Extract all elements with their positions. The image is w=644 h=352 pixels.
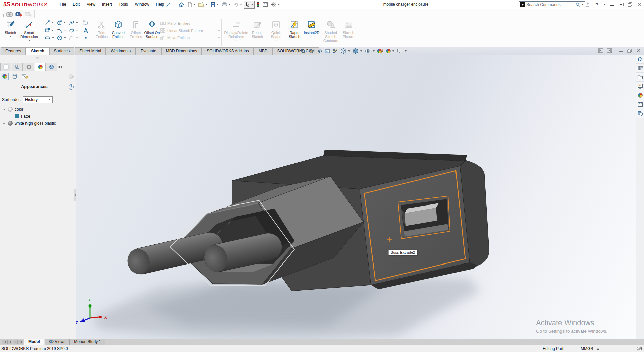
login-user-icon[interactable] — [585, 1, 591, 8]
apply-scene-icon[interactable] — [385, 48, 395, 54]
tab-sheet-metal[interactable]: Sheet Metal — [75, 47, 106, 55]
edit-appearance-icon[interactable] — [376, 48, 384, 54]
options-button[interactable] — [270, 1, 281, 9]
text-tool[interactable] — [79, 26, 92, 34]
tab-model[interactable]: Model — [24, 339, 44, 345]
chevron-down-icon[interactable] — [604, 4, 606, 5]
point-tool[interactable] — [79, 34, 92, 41]
search-icon[interactable] — [575, 2, 581, 7]
charger-3d-model[interactable]: X Y Z — [76, 55, 636, 339]
close-button[interactable] — [636, 1, 642, 8]
tab-3d-views[interactable]: 3D Views — [44, 339, 70, 345]
panel-grip-handle[interactable] — [36, 57, 39, 59]
screen-capture-icon[interactable] — [5, 11, 14, 17]
doc-minimize-icon[interactable] — [618, 48, 624, 53]
tab-features[interactable]: Features — [1, 47, 26, 55]
view-decals-button[interactable] — [11, 73, 19, 80]
view-settings-icon[interactable] — [396, 48, 407, 54]
open-document-button[interactable] — [197, 1, 209, 9]
record-video-icon[interactable] — [14, 11, 23, 17]
chevron-down-icon[interactable] — [76, 30, 78, 31]
first-tab-button[interactable] — [2, 340, 7, 344]
menu-view[interactable]: View — [83, 0, 99, 9]
menu-file[interactable]: File — [56, 0, 69, 9]
tab-mbd[interactable]: MBD — [254, 47, 272, 55]
view-orientation-icon[interactable] — [340, 48, 351, 54]
arc-tool[interactable] — [55, 26, 67, 34]
ribbon-button-smart-dimension[interactable]: Smart Dimension — [18, 18, 40, 47]
print-button[interactable] — [220, 1, 232, 9]
pin-menu-icon[interactable] — [166, 2, 171, 7]
scroll-right-icon[interactable] — [61, 66, 62, 68]
rebuild-button[interactable] — [255, 1, 261, 9]
chevron-down-icon[interactable] — [64, 22, 66, 23]
doc-close-icon[interactable] — [635, 48, 641, 53]
ellipse-tool[interactable] — [67, 26, 79, 34]
chevron-down-icon[interactable] — [360, 50, 362, 52]
menu-edit[interactable]: Edit — [69, 0, 83, 9]
tab-propertymanager[interactable] — [12, 63, 23, 71]
tab-displaymanager[interactable] — [35, 63, 46, 71]
units-up-arrow-icon[interactable] — [597, 348, 599, 350]
hide-show-items-icon[interactable] — [364, 48, 375, 54]
menu-window[interactable]: Window — [131, 0, 153, 9]
select-tool-button[interactable] — [244, 1, 255, 9]
chevron-down-icon[interactable] — [64, 37, 66, 38]
line-tool[interactable] — [43, 19, 55, 26]
tab-solidworks-add-ins[interactable]: SOLIDWORKS Add-Ins — [202, 47, 253, 55]
restore-button[interactable] — [627, 1, 633, 8]
chevron-down-icon[interactable] — [76, 22, 78, 23]
search-input[interactable] — [526, 2, 575, 7]
chevron-down-icon[interactable] — [52, 22, 54, 23]
file-explorer-icon[interactable] — [636, 73, 644, 82]
ribbon-button-rapid-sketch[interactable]: Rapid Sketch — [287, 18, 302, 47]
graphics-viewport[interactable]: X Y Z — [76, 55, 636, 339]
minimize-button[interactable] — [609, 1, 615, 8]
chevron-down-icon[interactable] — [582, 4, 584, 5]
circle-tool[interactable] — [55, 19, 67, 26]
ribbon-button-sketch[interactable]: Sketch — [3, 18, 18, 47]
menu-tools[interactable]: Tools — [115, 0, 131, 9]
chevron-down-icon[interactable] — [278, 4, 280, 5]
view-scene-lights-button[interactable] — [21, 73, 29, 80]
chevron-down-icon[interactable] — [348, 50, 350, 52]
chevron-down-icon[interactable] — [392, 50, 394, 52]
display-style-icon[interactable] — [352, 48, 363, 54]
view-appearances-button[interactable] — [1, 73, 9, 80]
chevron-down-icon[interactable] — [64, 30, 66, 31]
chevron-down-icon[interactable] — [52, 37, 54, 38]
chevron-down-icon[interactable] — [52, 30, 54, 31]
tree-item-white-high-gloss-plastic[interactable]: ▸ white high gloss plastic — [0, 120, 76, 127]
slot-tool[interactable] — [43, 34, 55, 41]
view-palette-icon[interactable] — [636, 82, 644, 91]
doc-restore-icon[interactable] — [627, 48, 633, 53]
tab-sketch[interactable]: Sketch — [26, 47, 49, 55]
tab-weldments[interactable]: Weldments — [106, 47, 136, 55]
expander-expanded-icon[interactable]: ▾ — [3, 108, 7, 111]
home-button[interactable] — [177, 1, 186, 9]
file-properties-button[interactable] — [261, 1, 269, 9]
save-button[interactable] — [209, 1, 220, 9]
expander-collapsed-icon[interactable]: ▸ — [3, 122, 7, 125]
tab-evaluate[interactable]: Evaluate — [136, 47, 161, 55]
last-tab-button[interactable] — [18, 340, 23, 344]
chevron-down-icon[interactable] — [193, 4, 195, 5]
annotation-view-icon[interactable] — [332, 48, 339, 54]
help-icon[interactable]: ? — [69, 84, 74, 90]
resize-button[interactable] — [618, 1, 624, 8]
tab-featuremanager[interactable] — [0, 63, 11, 71]
previous-view-icon[interactable] — [316, 48, 323, 54]
tree-item-color[interactable]: ▾ color — [0, 106, 76, 113]
ribbon-button-convert-entities[interactable]: Convert Entities — [109, 18, 128, 47]
appearances-scenes-icon[interactable] — [636, 91, 644, 100]
forum-icon[interactable] — [636, 109, 644, 118]
ribbon-button-offset-on-surface[interactable]: Offset On Surface — [144, 18, 160, 47]
custom-properties-icon[interactable] — [636, 100, 644, 109]
home-tab-icon[interactable] — [636, 55, 644, 64]
units-selector[interactable]: MMGS — [581, 346, 593, 351]
tree-item-face[interactable]: Face — [0, 113, 76, 120]
chevron-down-icon[interactable] — [251, 4, 253, 5]
zoom-to-fit-icon[interactable] — [300, 48, 307, 54]
chevron-down-icon[interactable] — [373, 50, 375, 52]
chevron-down-icon[interactable] — [405, 50, 407, 52]
